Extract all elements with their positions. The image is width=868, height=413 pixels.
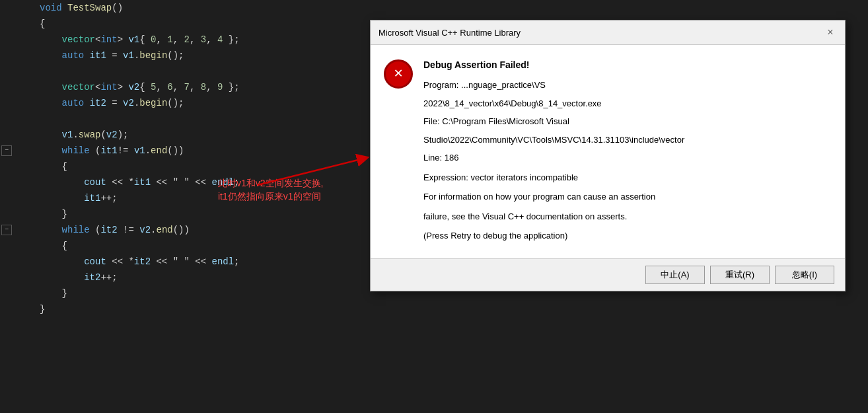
- expand-icon-14[interactable]: −: [1, 225, 12, 235]
- dialog-title: Microsoft Visual C++ Runtime Library: [379, 28, 521, 38]
- file-path: Studio\2022\Community\VC\Tools\MSVC\14.3…: [423, 133, 832, 147]
- program-label: Program: ...nguage_practice\VS: [423, 79, 832, 92]
- gutter-line-10: [0, 159, 28, 174]
- error-dialog[interactable]: Microsoft Visual C++ Runtime Library × ✕…: [370, 20, 846, 291]
- program-path: 2022\8_14_vector\x64\Debug\8_14_vector.e…: [423, 97, 832, 110]
- gutter-line-2: [0, 32, 28, 48]
- gutter-line-16: [0, 254, 28, 270]
- gutter-line-4: [0, 63, 28, 79]
- gutter-line-11: [0, 174, 28, 190]
- abort-button[interactable]: 中止(A): [645, 266, 705, 284]
- error-x-mark: ✕: [394, 67, 402, 81]
- dialog-titlebar: Microsoft Visual C++ Runtime Library ×: [371, 20, 845, 45]
- code-line-19: }: [40, 301, 868, 317]
- gutter-line-6: [0, 95, 28, 111]
- retry-hint: (Press Retry to debug the application): [423, 229, 832, 243]
- dialog-close-button[interactable]: ×: [824, 26, 837, 39]
- expression-label: Expression: vector iterators incompatibl…: [423, 171, 832, 184]
- gutter-line-15: [0, 238, 28, 254]
- gutter-line-5: [0, 79, 28, 95]
- error-icon: ✕: [384, 59, 413, 89]
- assertion-title: Debug Assertion Failed!: [423, 58, 832, 72]
- ignore-button[interactable]: 忽略(I): [775, 266, 834, 284]
- code-line-0: void TestSwap(): [40, 0, 868, 16]
- dialog-body: ✕ Debug Assertion Failed! Program: ...ng…: [371, 45, 845, 258]
- dialog-content: ✕ Debug Assertion Failed! Program: ...ng…: [384, 58, 832, 248]
- gutter-line-19: [0, 301, 28, 317]
- gutter-line-17: [0, 270, 28, 285]
- gutter-line-14: −: [0, 222, 28, 238]
- gutter-line-3: [0, 48, 28, 63]
- dialog-message: Debug Assertion Failed! Program: ...ngua…: [423, 58, 832, 248]
- gutter-line-8: [0, 127, 28, 143]
- line-gutter: −−: [0, 0, 33, 413]
- gutter-line-7: [0, 111, 28, 127]
- retry-button[interactable]: 重试(R): [710, 266, 770, 284]
- gutter-line-9: −: [0, 143, 28, 159]
- dialog-footer: 中止(A)重试(R)忽略(I): [371, 258, 845, 291]
- gutter-line-18: [0, 285, 28, 301]
- file-label: File: C:\Program Files\Microsoft Visual: [423, 115, 832, 128]
- gutter-line-13: [0, 206, 28, 222]
- expand-icon-9[interactable]: −: [1, 145, 12, 156]
- gutter-line-12: [0, 190, 28, 206]
- error-icon-circle: ✕: [384, 59, 413, 89]
- gutter-line-1: [0, 16, 28, 32]
- gutter-line-0: [0, 0, 28, 16]
- hint-line1: For information on how your program can …: [423, 190, 832, 204]
- hint-line2: failure, see the Visual C++ documentatio…: [423, 210, 832, 223]
- line-label: Line: 186: [423, 151, 832, 165]
